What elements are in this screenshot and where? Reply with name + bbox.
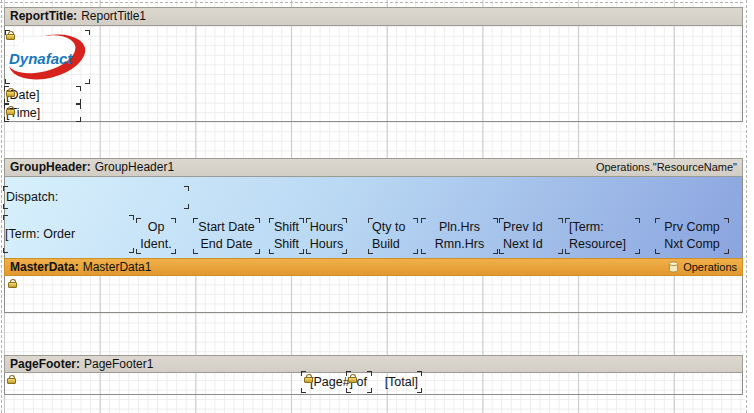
band-type-label: MasterData: bbox=[10, 259, 79, 276]
band-header-report-title[interactable]: ReportTitle: ReportTitle1 bbox=[4, 7, 743, 26]
term-order-field-object[interactable]: [Term: Order bbox=[3, 215, 134, 253]
total-pages-field-text: [Total] bbox=[385, 374, 422, 391]
date-field-object[interactable]: [Date] bbox=[4, 86, 81, 104]
column-header-term-resource[interactable]: [Term: Resource] bbox=[565, 218, 640, 254]
logo-object[interactable]: Dynafact bbox=[5, 30, 90, 84]
band-header-group-header[interactable]: GroupHeader: GroupHeader1 Operations."Re… bbox=[4, 158, 743, 177]
column-header-shift[interactable]: Shift Shift bbox=[269, 218, 304, 254]
dispatch-label-text: Dispatch: bbox=[3, 189, 58, 206]
dynafact-logo-icon: Dynafact bbox=[5, 31, 90, 83]
column-header-hours[interactable]: Hours Hours bbox=[306, 218, 347, 254]
column-header-prv-nxt-comp[interactable]: Prv Comp Nxt Comp bbox=[655, 218, 729, 254]
column-header-start-end-date[interactable]: Start Date End Date bbox=[193, 218, 260, 254]
logo-text: Dynafact bbox=[9, 50, 73, 67]
band-type-label: GroupHeader: bbox=[10, 159, 91, 176]
page-edge-right bbox=[746, 0, 747, 413]
band-name-label: ReportTitle1 bbox=[81, 8, 146, 25]
report-designer-surface: ReportTitle: ReportTitle1 Dynafact [Date… bbox=[0, 0, 754, 413]
database-icon bbox=[668, 261, 679, 273]
band-name-label: PageFooter1 bbox=[84, 356, 153, 373]
lock-icon bbox=[348, 374, 357, 384]
band-content-master-data[interactable] bbox=[4, 276, 743, 313]
page-edge-left bbox=[1, 0, 2, 413]
term-order-field-text: [Term: Order bbox=[3, 226, 75, 243]
lock-icon bbox=[6, 88, 15, 98]
band-type-label: ReportTitle: bbox=[10, 8, 77, 25]
band-datasource: Operations bbox=[668, 259, 737, 276]
column-header-prev-next-id[interactable]: Prev Id Next Id bbox=[499, 218, 563, 254]
band-datasource-label: Operations."ResourceName" bbox=[596, 159, 737, 176]
column-header-qty-to-build[interactable]: Qty to Build bbox=[368, 218, 418, 254]
band-content-report-title[interactable] bbox=[4, 26, 743, 122]
lock-icon bbox=[7, 375, 16, 385]
lock-icon bbox=[304, 374, 313, 384]
dispatch-label-object[interactable]: Dispatch: bbox=[3, 186, 189, 209]
total-pages-field-object[interactable]: [Total] bbox=[346, 371, 422, 393]
column-header-pln-rmn-hrs[interactable]: Pln.Hrs Rmn.Hrs bbox=[421, 218, 498, 254]
page-edge-top bbox=[0, 2, 748, 3]
time-field-object[interactable]: [Time] bbox=[4, 104, 81, 122]
lock-icon bbox=[8, 279, 17, 289]
column-header-op-ident[interactable]: Op Ident. bbox=[136, 218, 176, 254]
band-name-label: GroupHeader1 bbox=[95, 159, 174, 176]
band-type-label: PageFooter: bbox=[10, 356, 80, 373]
band-datasource-label: Operations bbox=[683, 259, 737, 276]
band-header-master-data[interactable]: MasterData: MasterData1 Operations bbox=[4, 258, 743, 276]
lock-icon bbox=[6, 106, 15, 116]
band-name-label: MasterData1 bbox=[83, 259, 152, 276]
